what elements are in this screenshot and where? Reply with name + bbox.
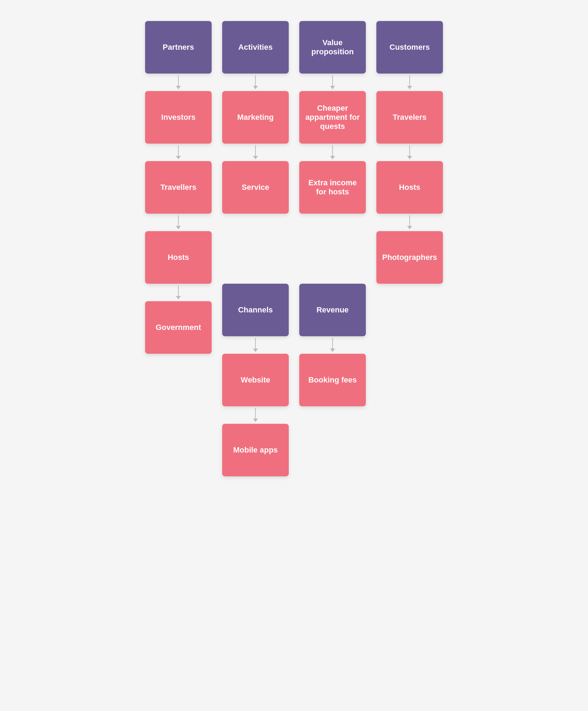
diagram: Partners Investors Travellers Hosts Gove	[138, 14, 450, 483]
arrow-line	[178, 215, 179, 226]
arrow-12	[407, 74, 412, 91]
box-travellers: Travellers	[145, 161, 212, 214]
box-government: Government	[145, 301, 212, 354]
box-investors: Investors	[145, 91, 212, 144]
box-mobile-apps: Mobile apps	[222, 424, 289, 476]
arrow-line	[409, 145, 410, 156]
box-channels: Channels	[222, 284, 289, 336]
arrow-6	[253, 144, 258, 161]
arrow-8	[253, 406, 258, 424]
arrow-head	[330, 348, 335, 352]
arrow-head	[253, 348, 258, 352]
box-marketing: Marketing	[222, 91, 289, 144]
arrow-line	[178, 145, 179, 156]
column-partners: Partners Investors Travellers Hosts Gove	[145, 21, 212, 476]
arrow-line	[332, 145, 333, 156]
box-revenue: Revenue	[299, 284, 366, 336]
arrow-11	[330, 336, 335, 354]
arrow-line	[255, 75, 256, 86]
column-activities: Activities Marketing Service Channels We…	[222, 21, 289, 476]
arrow-head	[253, 86, 258, 89]
arrow-head	[407, 156, 412, 159]
arrow-5	[253, 74, 258, 91]
arrow-13	[407, 144, 412, 161]
arrow-head	[176, 86, 181, 89]
arrow-line	[332, 75, 333, 86]
arrow-head	[330, 156, 335, 159]
arrow-head	[253, 156, 258, 159]
box-website: Website	[222, 354, 289, 406]
box-cheaper-apartment: Cheaper appartment for quests	[299, 91, 366, 144]
box-extra-income: Extra income for hosts	[299, 161, 366, 214]
box-booking-fees: Booking fees	[299, 354, 366, 406]
arrow-line	[255, 338, 256, 348]
arrow-head	[330, 86, 335, 89]
arrow-head	[176, 226, 181, 229]
box-hosts-col4: Hosts	[376, 161, 443, 214]
box-photographers: Photographers	[376, 231, 443, 284]
arrow-1	[176, 74, 181, 91]
box-service: Service	[222, 161, 289, 214]
column-customers: Customers Travelers Hosts Photographers	[376, 21, 443, 476]
arrow-10	[330, 144, 335, 161]
arrow-4	[176, 284, 181, 301]
arrow-head	[407, 86, 412, 89]
arrow-7	[253, 336, 258, 354]
arrow-line	[255, 145, 256, 156]
arrow-14	[407, 214, 412, 231]
arrow-head	[176, 156, 181, 159]
arrow-line	[409, 75, 410, 86]
box-customers: Customers	[376, 21, 443, 74]
arrow-head	[407, 226, 412, 229]
arrow-line	[255, 408, 256, 419]
box-partners: Partners	[145, 21, 212, 74]
arrow-head	[253, 419, 258, 422]
arrow-2	[176, 144, 181, 161]
arrow-line	[332, 338, 333, 348]
arrow-line	[409, 215, 410, 226]
box-travelers: Travelers	[376, 91, 443, 144]
arrow-head	[176, 296, 181, 299]
column-value-proposition: Value proposition Cheaper appartment for…	[299, 21, 366, 476]
box-hosts-col1: Hosts	[145, 231, 212, 284]
arrow-line	[178, 75, 179, 86]
box-value-proposition: Value proposition	[299, 21, 366, 74]
arrow-line	[178, 285, 179, 296]
arrow-9	[330, 74, 335, 91]
arrow-3	[176, 214, 181, 231]
box-activities: Activities	[222, 21, 289, 74]
